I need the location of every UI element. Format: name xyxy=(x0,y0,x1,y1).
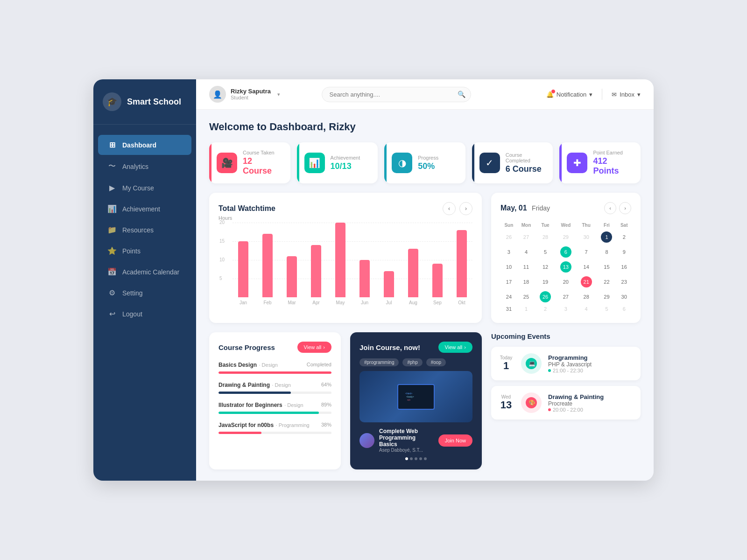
event-details: Programming PHP & Javascript 21:00 - 22:… xyxy=(548,354,634,373)
calendar-cell[interactable]: 4 xyxy=(517,245,535,259)
sidebar-item-resources[interactable]: 📁 Resources xyxy=(98,220,191,240)
calendar-cell[interactable]: 5 xyxy=(597,304,617,314)
chart-next-button[interactable]: › xyxy=(459,202,472,215)
calendar-prev-button[interactable]: ‹ xyxy=(604,202,616,214)
calendar-cell[interactable]: 26 xyxy=(500,230,517,245)
calendar-cell[interactable]: 10 xyxy=(500,259,517,274)
calendar-cell[interactable]: 3 xyxy=(556,304,576,314)
calendar-cell[interactable]: 20 xyxy=(556,274,576,289)
tag-php: #php xyxy=(402,358,422,366)
calendar-cell[interactable]: 17 xyxy=(500,274,517,289)
calendar-cell[interactable]: 15 xyxy=(597,259,617,274)
sidebar-item-logout[interactable]: ↩ Logout xyxy=(98,304,191,324)
calendar-cell[interactable]: 13 xyxy=(556,259,576,274)
event-item[interactable]: Today 1 💻 Programming PHP & Javascript 2… xyxy=(491,347,641,380)
calendar-cell[interactable]: 22 xyxy=(597,274,617,289)
join-now-button[interactable]: Join Now xyxy=(438,434,472,447)
calendar-next-button[interactable]: › xyxy=(619,202,631,214)
chart-bar xyxy=(384,271,394,297)
sidebar-item-analytics[interactable]: 〜 Analytics xyxy=(98,156,191,177)
calendar-cell[interactable]: 2 xyxy=(535,304,556,314)
sidebar-item-dashboard[interactable]: ⊞ Dashboard xyxy=(98,135,191,155)
event-name: Programming xyxy=(548,354,634,361)
calendar-cell[interactable]: 11 xyxy=(517,259,535,274)
calendar-cell[interactable]: 29 xyxy=(597,289,617,304)
chart-bar xyxy=(311,245,321,297)
sidebar-label-points: Points xyxy=(122,247,141,255)
calendar-cell[interactable]: 1 xyxy=(517,304,535,314)
progress-bar-bg xyxy=(218,412,331,414)
calendar-cell[interactable]: 25 xyxy=(517,289,535,304)
calendar-cell[interactable]: 26 xyxy=(535,289,556,304)
join-view-all-button[interactable]: View all › xyxy=(438,342,472,353)
inbox-button[interactable]: ✉ Inbox ▾ xyxy=(612,91,641,98)
event-time: 20:00 - 22:00 xyxy=(548,407,634,413)
calendar-cell[interactable]: 12 xyxy=(535,259,556,274)
calendar-cell[interactable]: 9 xyxy=(617,245,631,259)
progress-item: Basics Design · Design Completed xyxy=(218,360,331,374)
analytics-icon: 〜 xyxy=(107,161,117,171)
calendar-cell[interactable]: 30 xyxy=(576,230,597,245)
calendar-cell[interactable]: 18 xyxy=(517,274,535,289)
calendar-cell[interactable]: 5 xyxy=(535,245,556,259)
chart-bar-group xyxy=(305,223,327,297)
stat-card-course-taken[interactable]: 🎥 Course Taken 12 Course xyxy=(209,142,290,183)
stat-card-course-completed[interactable]: ✓ Course Completed 6 Course xyxy=(472,142,553,183)
progress-view-all-button[interactable]: View all › xyxy=(297,342,331,353)
course-taken-value: 12 Course xyxy=(243,156,283,176)
calendar-cell[interactable]: 27 xyxy=(517,230,535,245)
sidebar-item-setting[interactable]: ⚙ Setting xyxy=(98,283,191,303)
chart-bar xyxy=(432,264,443,297)
user-info[interactable]: 👤 Rizky Saputra Student ▾ xyxy=(209,86,280,103)
progress-item-header: Illustrator for Beginners · Design 89% xyxy=(218,400,331,409)
course-name: Complete Web Programming Basics xyxy=(379,428,434,448)
calendar-cell[interactable]: 2 xyxy=(617,230,631,245)
event-time: 21:00 - 22:30 xyxy=(548,368,634,373)
calendar-cell[interactable]: 6 xyxy=(617,304,631,314)
stat-card-point-earned[interactable]: ✚ Point Earned 412 Points xyxy=(559,142,641,183)
cal-header-tue: Tue xyxy=(535,221,556,230)
calendar-cell[interactable]: 21 xyxy=(576,274,597,289)
app-name: Smart School xyxy=(127,97,181,107)
stat-card-achievement[interactable]: 📊 Achievement 10/13 xyxy=(297,142,378,183)
header-actions: 🔔 Notification ▾ ✉ Inbox ▾ xyxy=(546,89,641,100)
app-container: 🎓 Smart School ⊞ Dashboard 〜 Analytics ▶… xyxy=(93,79,654,481)
calendar-cell[interactable]: 30 xyxy=(617,289,631,304)
calendar-cell[interactable]: 3 xyxy=(500,245,517,259)
event-date: Wed 13 xyxy=(498,394,514,411)
search-input[interactable] xyxy=(322,87,471,102)
event-item[interactable]: Wed 13 🎨 Drawing & Painting Procreate 20… xyxy=(491,386,641,420)
calendar-cell[interactable]: 28 xyxy=(535,230,556,245)
course-completed-icon: ✓ xyxy=(479,153,500,173)
stat-card-progress[interactable]: ◑ Progress 50% xyxy=(384,142,465,183)
main-content: 👤 Rizky Saputra Student ▾ 🔍 🔔 Notifica xyxy=(196,79,654,481)
notification-chevron-icon: ▾ xyxy=(589,91,592,98)
sidebar-item-academic-calendar[interactable]: 📅 Academic Calendar xyxy=(98,262,191,282)
calendar-cell[interactable]: 6 xyxy=(556,245,576,259)
calendar-cell[interactable]: 28 xyxy=(576,289,597,304)
cal-header-fri: Fri xyxy=(597,221,617,230)
chart-bar-group xyxy=(354,223,375,297)
sidebar-item-achievement[interactable]: 📊 Achievement xyxy=(98,199,191,219)
notification-button[interactable]: 🔔 Notification ▾ xyxy=(546,91,592,98)
calendar-cell[interactable]: 14 xyxy=(576,259,597,274)
calendar-cell[interactable]: 16 xyxy=(617,259,631,274)
sidebar-item-my-course[interactable]: ▶ My Course xyxy=(98,178,191,198)
stat-info-course-completed: Course Completed 6 Course xyxy=(506,152,546,174)
calendar-cell[interactable]: 8 xyxy=(597,245,617,259)
chart-prev-button[interactable]: ‹ xyxy=(443,202,456,215)
calendar-cell[interactable]: 19 xyxy=(535,274,556,289)
calendar-cell[interactable]: 4 xyxy=(576,304,597,314)
sidebar-item-points[interactable]: ⭐ Points xyxy=(98,241,191,261)
calendar-cell[interactable]: 27 xyxy=(556,289,576,304)
calendar-cell[interactable]: 29 xyxy=(556,230,576,245)
dot-3 xyxy=(415,457,417,460)
calendar-cell[interactable]: 24 xyxy=(500,289,517,304)
calendar-cell[interactable]: 23 xyxy=(617,274,631,289)
calendar-cell[interactable]: 31 xyxy=(500,304,517,314)
calendar-cell[interactable]: 7 xyxy=(576,245,597,259)
search-bar: 🔍 xyxy=(322,87,471,102)
calendar-cell[interactable]: 1 xyxy=(597,230,617,245)
preview-screen: <html> <body> </> xyxy=(397,384,435,410)
stat-info-achievement: Achievement 10/13 xyxy=(331,155,371,171)
